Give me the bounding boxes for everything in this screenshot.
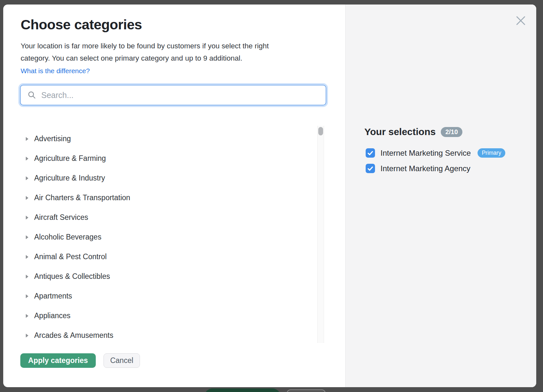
category-label: Advertising <box>34 134 71 143</box>
category-label: Aircraft Services <box>34 213 88 222</box>
category-list: Advertising Agriculture & Farming <box>21 129 312 346</box>
list-scrollbar-track[interactable] <box>317 126 324 343</box>
category-list-item[interactable]: Agriculture & Farming <box>21 149 312 168</box>
caret-right-icon[interactable] <box>25 156 29 161</box>
caret-right-icon[interactable] <box>25 294 29 299</box>
category-list-item[interactable]: Arcades & Amusements <box>21 326 312 345</box>
selected-categories-list: Internet Marketing Service Primary Inter… <box>366 148 505 173</box>
description-line-2: category. You can select one primary cat… <box>21 52 311 64</box>
close-icon[interactable] <box>515 15 526 26</box>
caret-right-icon[interactable] <box>25 313 29 318</box>
category-list-item[interactable]: Aircraft Services <box>21 208 312 227</box>
selected-category-row: Internet Marketing Service Primary <box>366 148 505 158</box>
category-list-item[interactable]: Appliances <box>21 306 312 326</box>
caret-right-icon[interactable] <box>25 333 29 338</box>
search-input[interactable] <box>21 85 326 105</box>
what-is-the-difference-link[interactable]: What is the difference? <box>21 67 90 75</box>
category-list-item[interactable]: Air Charters & Transportation <box>21 188 312 208</box>
selected-category-label: Internet Marketing Service <box>380 149 471 158</box>
category-label: Air Charters & Transportation <box>34 193 130 202</box>
caret-right-icon[interactable] <box>25 176 29 181</box>
dimmed-background-primary-button <box>204 388 281 392</box>
category-list-item[interactable]: Alcoholic Beverages <box>21 227 312 247</box>
checked-checkbox[interactable] <box>366 164 375 173</box>
check-icon <box>368 166 373 171</box>
caret-right-icon[interactable] <box>25 235 29 240</box>
cancel-button[interactable]: Cancel <box>104 353 140 368</box>
category-label: Apartments <box>34 292 72 300</box>
caret-right-icon[interactable] <box>25 215 29 220</box>
selection-count-badge: 2/10 <box>441 127 462 137</box>
category-search-box <box>20 85 326 105</box>
category-list-item[interactable]: Animal & Pest Control <box>21 247 312 267</box>
check-icon <box>368 151 373 155</box>
category-label: Animal & Pest Control <box>34 252 107 261</box>
category-list-item[interactable]: Apartments <box>21 286 312 306</box>
modal-description: Your location is far more likely to be f… <box>21 40 311 64</box>
category-label: Agriculture & Industry <box>34 174 105 182</box>
category-list-item[interactable]: Advertising <box>21 129 312 149</box>
description-line-1: Your location is far more likely to be f… <box>21 40 311 52</box>
selected-category-label: Internet Marketing Agency <box>380 164 470 173</box>
selections-header: Your selections 2/10 <box>364 126 462 137</box>
category-label: Arcades & Amusements <box>34 331 113 340</box>
list-scrollbar-thumb[interactable] <box>318 127 323 135</box>
category-list-item[interactable]: Antiques & Collectibles <box>21 267 312 286</box>
checked-checkbox[interactable] <box>366 148 375 158</box>
caret-right-icon[interactable] <box>25 195 29 201</box>
apply-categories-button[interactable]: Apply categories <box>20 353 96 368</box>
dimmed-background-secondary-button <box>287 389 326 392</box>
selections-heading: Your selections <box>364 126 436 137</box>
choose-categories-modal: Choose categories Your location is far m… <box>3 5 536 387</box>
selected-category-row: Internet Marketing Agency <box>366 164 505 173</box>
page-title: Choose categories <box>21 17 142 33</box>
category-label: Antiques & Collectibles <box>34 272 110 281</box>
primary-badge: Primary <box>478 148 505 158</box>
caret-right-icon[interactable] <box>25 254 29 260</box>
caret-right-icon[interactable] <box>25 136 29 142</box>
modal-overlay: Choose categories Your location is far m… <box>0 0 543 392</box>
category-label: Agriculture & Farming <box>34 154 106 163</box>
selections-panel <box>345 5 536 387</box>
category-label: Alcoholic Beverages <box>34 233 101 241</box>
category-label: Appliances <box>34 311 71 320</box>
caret-right-icon[interactable] <box>25 274 29 279</box>
category-list-item[interactable]: Agriculture & Industry <box>21 168 312 188</box>
